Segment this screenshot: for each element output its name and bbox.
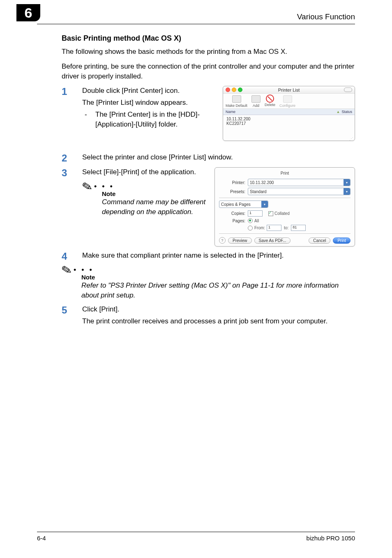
toolbar-toggle-icon[interactable] bbox=[344, 88, 352, 92]
step-4-text: Make sure that compliant printer name is… bbox=[82, 251, 355, 261]
printer-label: Printer: bbox=[219, 180, 248, 185]
presets-select[interactable]: Standard ▾ bbox=[248, 188, 350, 195]
step-number: 5 bbox=[62, 304, 82, 326]
delete-icon bbox=[266, 95, 274, 102]
intro-paragraph-1: The following shows the basic methods fo… bbox=[62, 47, 355, 57]
presets-select-value: Standard bbox=[250, 189, 267, 194]
pages-to-input[interactable]: 81 bbox=[291, 225, 306, 231]
pages-to-label: to: bbox=[281, 226, 291, 230]
panel-select-value: Copies & Pages bbox=[221, 202, 251, 207]
preview-button[interactable]: Preview bbox=[228, 237, 252, 244]
intro-paragraph-2: Before printing, be sure the connection … bbox=[62, 62, 355, 81]
printer-icon bbox=[232, 95, 241, 103]
configure-button: Configure bbox=[279, 104, 295, 108]
dropdown-arrow-icon: ▾ bbox=[344, 179, 350, 186]
step-3-text: Select [File]-[Print] of the application… bbox=[82, 167, 210, 178]
note-pencil-icon: ✎ bbox=[81, 181, 93, 193]
collated-label: Collated bbox=[274, 211, 290, 216]
minimize-icon[interactable] bbox=[232, 88, 236, 92]
configure-icon bbox=[283, 95, 292, 103]
copies-label: Copies: bbox=[219, 211, 248, 216]
step-number: 3 bbox=[62, 167, 82, 178]
printer-list-row[interactable]: 10.11.32.200 bbox=[226, 117, 351, 121]
step-5-subtext: The print controller receives and proces… bbox=[82, 316, 355, 327]
window-title: Printer List bbox=[223, 88, 355, 92]
printer-add-icon bbox=[251, 95, 261, 103]
close-icon[interactable] bbox=[226, 88, 230, 92]
step-number: 2 bbox=[62, 152, 82, 163]
resize-grip-icon[interactable]: ⋰ bbox=[223, 137, 355, 141]
copies-input[interactable]: 1 bbox=[248, 210, 263, 217]
note-pencil-icon: ✎ bbox=[61, 265, 73, 277]
note-dots-icon: • • • bbox=[94, 182, 114, 191]
print-dialog-window: Print Printer: 10.11.32.200 ▾ Presets: S… bbox=[214, 167, 355, 247]
step-number: 1 bbox=[62, 86, 82, 130]
note-2-text: Refer to "PS3 Printer Driver setting (Ma… bbox=[81, 281, 355, 300]
step-1-subtext: The [Printer List] window appears. bbox=[82, 98, 218, 108]
bullet-dash: - bbox=[82, 110, 95, 130]
presets-label: Presets: bbox=[219, 189, 248, 194]
column-header-name[interactable]: Name bbox=[226, 110, 337, 114]
chapter-number-tab: 6 bbox=[16, 4, 40, 21]
add-button[interactable]: Add bbox=[253, 104, 259, 108]
dropdown-arrow-icon: ▾ bbox=[344, 188, 350, 195]
note-dots-icon: • • • bbox=[74, 266, 94, 274]
printer-select-value: 10.11.32.200 bbox=[250, 180, 274, 185]
printer-list-window: Printer List Make Default Add Delete bbox=[223, 86, 355, 141]
make-default-button[interactable]: Make Default bbox=[226, 104, 247, 108]
help-icon[interactable]: ? bbox=[219, 237, 226, 244]
step-1-bullet: The [Print Center] is in the [HDD]-[Appl… bbox=[95, 110, 218, 130]
step-2-text: Select the printer and close [Printer Li… bbox=[82, 152, 355, 163]
sort-indicator-icon: ▲ bbox=[337, 110, 340, 114]
column-header-status[interactable]: Status bbox=[341, 110, 352, 114]
delete-button[interactable]: Delete bbox=[265, 103, 275, 107]
page-number: 6-4 bbox=[37, 535, 46, 542]
printer-list-row[interactable]: KC220717 bbox=[226, 121, 351, 126]
step-1-text: Double click [Print Center] icon. bbox=[82, 86, 218, 96]
product-name: bizhub PRO 1050 bbox=[307, 535, 355, 542]
dropdown-arrow-icon: ▾ bbox=[261, 201, 268, 208]
pages-from-label: From: bbox=[254, 226, 265, 230]
collated-checkbox[interactable] bbox=[268, 211, 273, 216]
pages-from-radio[interactable] bbox=[248, 226, 253, 231]
pages-all-radio[interactable] bbox=[248, 218, 253, 223]
cancel-button[interactable]: Cancel bbox=[309, 237, 330, 244]
save-as-pdf-button[interactable]: Save As PDF... bbox=[254, 237, 291, 244]
header-title: Various Function bbox=[297, 12, 355, 21]
pages-label: Pages: bbox=[219, 219, 248, 223]
step-number: 4 bbox=[62, 251, 82, 261]
step-5-text: Click [Print]. bbox=[82, 304, 355, 315]
print-button[interactable]: Print bbox=[333, 237, 350, 244]
pages-all-label: All bbox=[254, 219, 259, 223]
section-title: Basic Printing method (Mac OS X) bbox=[62, 34, 355, 43]
zoom-icon[interactable] bbox=[238, 88, 242, 92]
note-label: Note bbox=[81, 274, 355, 281]
print-dialog-title: Print bbox=[219, 171, 350, 175]
pages-from-input[interactable]: 1 bbox=[267, 225, 281, 231]
printer-select[interactable]: 10.11.32.200 ▾ bbox=[248, 179, 350, 186]
panel-select[interactable]: Copies & Pages ▾ bbox=[219, 201, 268, 208]
